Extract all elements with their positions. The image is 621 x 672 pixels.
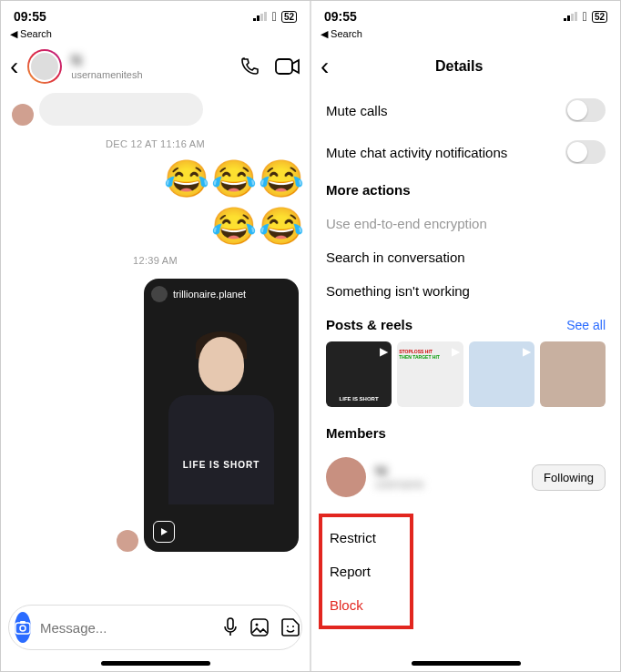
restrict-button[interactable]: Restrict <box>322 521 410 555</box>
e2e-row[interactable]: Use end-to-end encryption <box>311 207 620 240</box>
reel-icon: ▶ <box>452 345 460 358</box>
highlighted-actions: Restrict Report Block <box>319 514 413 629</box>
svg-rect-7 <box>20 621 25 624</box>
status-right: 􀙇 52 <box>253 9 297 24</box>
member-row[interactable]: Ni username Following <box>311 450 620 504</box>
reel-icon: ▶ <box>380 345 388 358</box>
svg-point-11 <box>287 626 289 627</box>
emoji-message[interactable]: 😂 😂 😂 😂 😂 <box>12 158 299 246</box>
video-icon[interactable] <box>275 56 300 76</box>
svg-point-6 <box>20 626 25 631</box>
laugh-cry-emoji: 😂 <box>211 158 251 199</box>
gallery-icon[interactable] <box>249 617 270 637</box>
back-button[interactable]: ‹ <box>10 54 18 79</box>
svg-rect-3 <box>264 12 267 21</box>
post-thumb[interactable]: ▶STOPLOSS HITTHEN TARGET HIT <box>397 341 463 407</box>
chat-subtitle: usernamenitesh <box>71 69 229 80</box>
reel-icon <box>153 521 175 543</box>
signal-icon <box>564 12 578 21</box>
message-input[interactable] <box>38 619 215 636</box>
call-icon[interactable] <box>239 56 260 77</box>
laugh-cry-emoji: 😂 <box>164 158 204 199</box>
mute-calls-toggle[interactable] <box>565 98 606 122</box>
wifi-icon: 􀙇 <box>272 9 277 24</box>
reel-icon: ▶ <box>523 345 531 358</box>
svg-rect-5 <box>15 623 30 634</box>
svg-rect-4 <box>276 59 292 74</box>
status-bar: 09:55 􀙇 52 <box>311 1 620 32</box>
sticker-icon[interactable] <box>280 617 300 637</box>
details-screen: 09:55 􀙇 52 ◀ Search ‹ Details Mute calls… <box>310 1 620 671</box>
shared-reel[interactable]: trillionaire.planet LIFE IS SHORT <box>144 279 299 552</box>
svg-rect-13 <box>564 18 566 21</box>
page-title: Details <box>338 58 580 75</box>
composer <box>8 605 302 650</box>
posts-heading-row: Posts & reels See all <box>311 308 620 341</box>
signal-icon <box>253 12 268 21</box>
sender-avatar[interactable] <box>117 530 138 552</box>
svg-rect-2 <box>260 14 263 21</box>
message-bubble[interactable] <box>39 93 203 126</box>
svg-rect-15 <box>571 14 574 21</box>
home-indicator[interactable] <box>101 661 210 666</box>
not-working-row[interactable]: Something isn't working <box>311 274 620 308</box>
reel-author[interactable]: trillionaire.planet <box>151 286 246 302</box>
members-heading: Members <box>311 416 620 450</box>
svg-rect-16 <box>575 12 577 21</box>
camera-button[interactable] <box>15 612 31 643</box>
member-avatar[interactable] <box>326 457 366 497</box>
status-right: 􀙇 52 <box>564 9 607 24</box>
wifi-icon: 􀙇 <box>583 9 587 24</box>
avatar[interactable] <box>27 49 62 84</box>
laugh-cry-emoji: 😂 <box>259 158 299 199</box>
posts-thumbnails: ▶LIFE IS SHORT ▶STOPLOSS HITTHEN TARGET … <box>311 341 620 416</box>
status-bar: 09:55 􀙇 52 <box>1 1 310 32</box>
nav-back-search[interactable]: ◀ Search <box>1 28 310 40</box>
more-actions-heading: More actions <box>311 173 620 207</box>
post-thumb[interactable] <box>540 341 606 407</box>
nav-back-search[interactable]: ◀ Search <box>311 28 620 40</box>
posts-heading: Posts & reels <box>326 317 412 332</box>
report-button[interactable]: Report <box>322 555 410 588</box>
member-name: Ni <box>375 463 523 478</box>
chat-screen: 09:55 􀙇 52 ◀ Search ‹ N usernamenitesh D… <box>1 1 310 671</box>
svg-rect-1 <box>257 15 260 21</box>
svg-rect-14 <box>567 15 570 21</box>
see-all-link[interactable]: See all <box>566 318 606 332</box>
member-username: username <box>375 478 523 491</box>
details-header: ‹ Details <box>311 44 620 89</box>
svg-rect-0 <box>253 18 256 21</box>
mute-chat-row[interactable]: Mute chat activity notifications <box>311 131 620 173</box>
following-button[interactable]: Following <box>532 464 606 491</box>
svg-point-12 <box>292 626 294 627</box>
mute-chat-toggle[interactable] <box>565 140 606 164</box>
laugh-cry-emoji: 😂 <box>211 206 251 246</box>
chat-header: ‹ N usernamenitesh <box>1 44 310 89</box>
svg-point-10 <box>256 624 259 626</box>
timestamp: DEC 12 AT 11:16 AM <box>12 138 299 149</box>
battery-icon: 52 <box>281 11 297 23</box>
post-thumb[interactable]: ▶ <box>469 341 534 407</box>
svg-rect-8 <box>228 618 233 629</box>
back-button[interactable]: ‹ <box>321 54 329 79</box>
block-button[interactable]: Block <box>322 588 410 622</box>
reel-caption: LIFE IS SHORT <box>144 460 299 470</box>
battery-icon: 52 <box>592 11 607 23</box>
timestamp: 12:39 AM <box>12 255 299 266</box>
search-conversation-row[interactable]: Search in conversation <box>311 240 620 274</box>
chat-name: N <box>71 53 82 68</box>
status-time: 09:55 <box>324 9 357 24</box>
chat-body[interactable]: DEC 12 AT 11:16 AM 😂 😂 😂 😂 😂 12:39 AM tr… <box>1 89 310 597</box>
post-thumb[interactable]: ▶LIFE IS SHORT <box>326 341 392 407</box>
status-time: 09:55 <box>14 9 46 24</box>
sender-avatar[interactable] <box>12 104 34 126</box>
mute-calls-row[interactable]: Mute calls <box>311 89 620 131</box>
reel-preview <box>162 331 280 495</box>
mic-icon[interactable] <box>222 617 239 637</box>
home-indicator[interactable] <box>412 661 521 666</box>
svg-rect-9 <box>251 619 268 636</box>
settings-list[interactable]: Mute calls Mute chat activity notificati… <box>311 89 620 657</box>
laugh-cry-emoji: 😂 <box>259 206 299 246</box>
